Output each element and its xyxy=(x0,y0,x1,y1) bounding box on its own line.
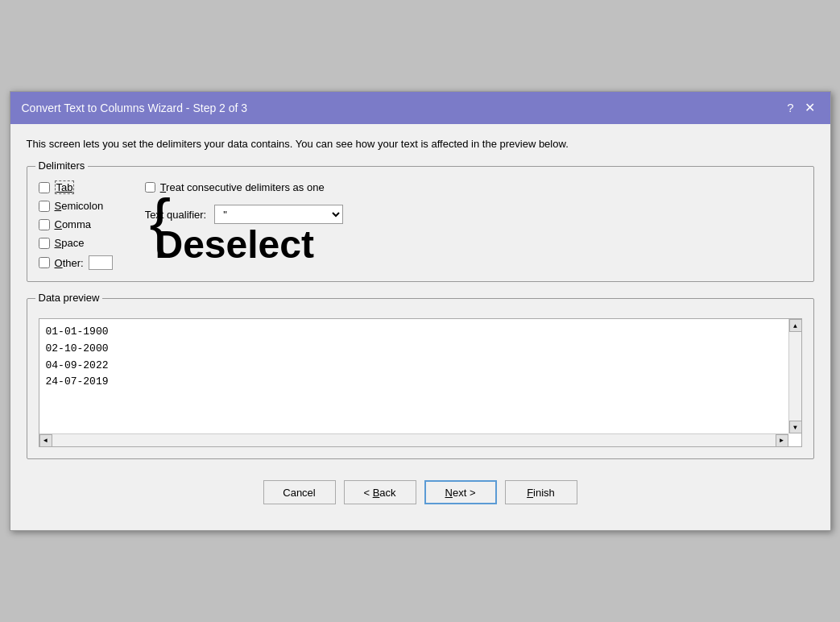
delimiters-section: Delimiters Tab Semicolon Comma xyxy=(27,166,814,282)
right-options: Treat consecutive delimiters as one Text… xyxy=(145,181,344,224)
title-bar: Convert Text to Columns Wizard - Step 2 … xyxy=(10,92,830,124)
title-bar-controls: ? ✕ xyxy=(787,100,818,116)
comma-label: Comma xyxy=(55,218,92,230)
next-button[interactable]: Next > xyxy=(424,480,497,504)
qualifier-row: Text qualifier: " {none} ' xyxy=(145,205,344,224)
semicolon-checkbox-row: Semicolon xyxy=(39,200,113,212)
semicolon-label-rest: emicolon xyxy=(61,200,103,212)
tab-checkbox-row: Tab xyxy=(39,181,113,193)
scroll-down-arrow[interactable]: ▼ xyxy=(789,421,802,433)
semicolon-label: Semicolon xyxy=(55,200,104,212)
dialog-body: This screen lets you set the delimiters … xyxy=(10,124,830,530)
checkboxes-column: Tab Semicolon Comma Space xyxy=(39,181,113,270)
help-button[interactable]: ? xyxy=(787,101,793,114)
tab-checkbox[interactable] xyxy=(39,182,50,193)
scroll-up-arrow[interactable]: ▲ xyxy=(789,319,802,332)
vertical-scrollbar[interactable]: ▲ ▼ xyxy=(788,319,801,433)
other-checkbox-row: Other: xyxy=(39,255,113,270)
comma-checkbox-row: Comma xyxy=(39,218,113,230)
description-text: This screen lets you set the delimiters … xyxy=(27,137,814,151)
comma-checkbox[interactable] xyxy=(39,219,50,230)
wizard-dialog: Convert Text to Columns Wizard - Step 2 … xyxy=(10,91,831,531)
space-checkbox-row: Space xyxy=(39,237,113,249)
cancel-button[interactable]: Cancel xyxy=(263,480,336,504)
brace-annotation: { xyxy=(150,190,172,255)
back-button[interactable]: < Back xyxy=(344,480,416,504)
dialog-title: Convert Text to Columns Wizard - Step 2 … xyxy=(22,102,248,114)
delimiters-legend: Delimiters xyxy=(35,160,89,172)
qualifier-select[interactable]: " {none} ' xyxy=(214,205,343,224)
semicolon-checkbox[interactable] xyxy=(39,201,50,212)
preview-row: 24-07-2019 xyxy=(46,374,795,391)
preview-row: 04-09-2022 xyxy=(46,358,795,375)
preview-row: 02-10-2000 xyxy=(46,341,795,358)
scroll-right-arrow[interactable]: ► xyxy=(776,434,788,447)
tab-label: Tab xyxy=(55,181,75,193)
other-checkbox[interactable] xyxy=(39,257,50,268)
preview-area[interactable]: 01-01-190002-10-200004-09-202224-07-2019… xyxy=(39,318,802,447)
data-preview-section: Data preview 01-01-190002-10-200004-09-2… xyxy=(27,298,814,459)
delimiters-wrapper: Delimiters Tab Semicolon Comma xyxy=(27,166,814,282)
scroll-left-arrow[interactable]: ◄ xyxy=(39,434,52,447)
preview-data: 01-01-190002-10-200004-09-202224-07-2019 xyxy=(46,324,795,391)
space-checkbox[interactable] xyxy=(39,238,50,249)
close-button[interactable]: ✕ xyxy=(801,100,819,116)
space-label: Space xyxy=(55,237,85,249)
footer-buttons: Cancel < Back Next > Finish xyxy=(27,475,814,517)
treat-consecutive-row: Treat consecutive delimiters as one xyxy=(145,181,344,193)
horizontal-scrollbar[interactable]: ◄ ► xyxy=(39,433,788,446)
treat-consecutive-label: Treat consecutive delimiters as one xyxy=(160,181,325,193)
other-input[interactable] xyxy=(89,255,113,270)
data-preview-legend: Data preview xyxy=(35,292,103,304)
other-label: Other: xyxy=(55,257,84,269)
preview-row: 01-01-1900 xyxy=(46,324,795,341)
finish-button[interactable]: Finish xyxy=(505,480,577,504)
